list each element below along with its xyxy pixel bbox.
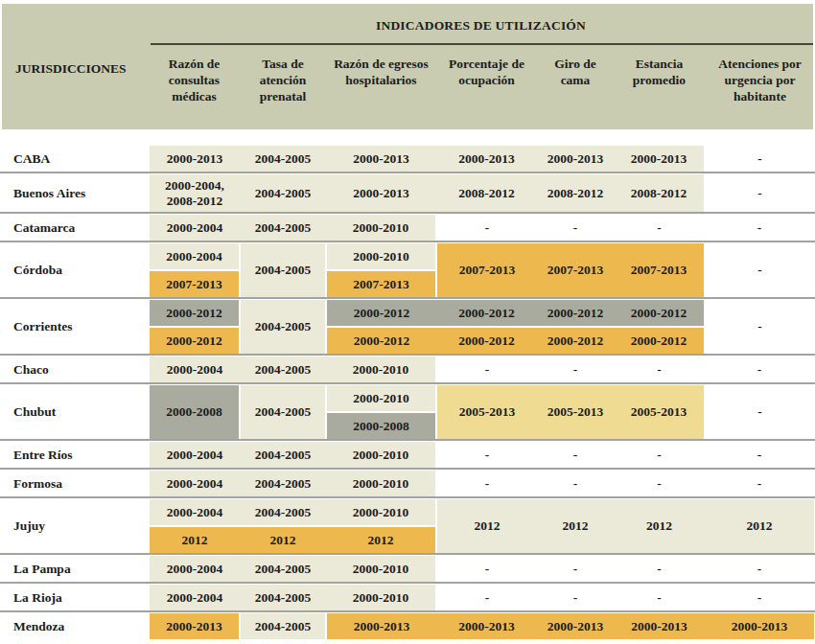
period-cell-block: 2004-2005 (241, 300, 325, 354)
period-value: 2004-2005 (240, 442, 326, 468)
period-value: - (614, 442, 705, 468)
jurisdiction-name: Mendoza (13, 613, 64, 639)
period-value: - (706, 300, 814, 354)
period-value: 2000-2012 (614, 300, 704, 326)
period-cell-block: ---- (437, 442, 814, 468)
period-value: 2008-2012 (436, 174, 537, 212)
period-value: 2004-2005 (241, 385, 325, 439)
period-cell-block: 2007-20132007-20132007-2013 (437, 243, 704, 297)
period-value: 2004-2005 (240, 356, 326, 382)
period-cell-block: 201220122012 (150, 527, 435, 553)
period-cell-block: 2007-2013 (150, 271, 239, 297)
period-cell-block: 2000-20042004-20052000-2010 (150, 556, 435, 582)
row-separator (0, 439, 815, 441)
period-value: 2007-2013 (537, 243, 614, 297)
period-value: 2008-2012 (537, 174, 614, 212)
period-value: 2000-2010 (326, 556, 435, 582)
period-value: 2000-2010 (326, 442, 435, 468)
period-value: 2000-2013 (327, 613, 436, 639)
period-value: - (614, 215, 705, 241)
period-value: - (705, 442, 814, 468)
period-cell-block: 2000-2012 (150, 300, 239, 326)
period-value: 2004-2005 (240, 499, 326, 525)
jurisdiction-name: Jujuy (13, 499, 45, 553)
jurisdiction-row: CABA2000-20132004-20052000-20132000-2013… (0, 146, 815, 172)
period-cell-block: ---- (437, 556, 814, 582)
period-value: 2012 (705, 499, 814, 553)
period-value: - (537, 471, 614, 496)
jurisdiction-name: La Pampa (13, 556, 71, 582)
period-cell-block: - (706, 385, 814, 439)
period-value: 2000-2010 (326, 215, 435, 241)
jurisdiction-row: Chubut2000-20082004-20052000-20102000-20… (0, 385, 815, 439)
row-separator (0, 553, 815, 555)
jurisdiction-row: Mendoza2000-20132004-20052000-20132000-2… (0, 613, 815, 639)
period-value: 2007-2013 (150, 271, 239, 297)
column-header: Razón de consultas médicas (151, 56, 238, 104)
period-cell-block: 2000-2004, 2008-20122004-20052000-201320… (150, 174, 704, 212)
period-value: - (705, 471, 814, 496)
period-cell-block: 2000-20122000-20122000-20122000-2012 (327, 328, 704, 354)
period-value: 2000-2013 (326, 146, 436, 172)
period-value: 2000-2013 (326, 174, 436, 212)
period-value: - (705, 356, 814, 382)
period-value: 2000-2004 (150, 356, 240, 382)
jurisdiction-name: Entre Ríos (13, 442, 73, 468)
period-value: - (537, 585, 614, 610)
period-cell-block: 2007-2013 (327, 271, 435, 297)
period-value: - (705, 585, 814, 610)
jurisdiction-row: Catamarca2000-20042004-20052000-2010---- (0, 215, 815, 241)
period-cell-block: 2000-2008 (150, 385, 239, 439)
period-value: - (614, 356, 705, 382)
period-value: - (705, 556, 814, 582)
row-separator (0, 610, 815, 612)
period-cell-block: 2004-2005 (241, 613, 325, 639)
jurisdiction-row: La Rioja2000-20042004-20052000-2010---- (0, 585, 815, 610)
period-cell-block: ---- (437, 356, 814, 382)
period-value: 2004-2005 (240, 215, 326, 241)
jurisdiction-name: CABA (13, 146, 50, 172)
period-cell-block: 2000-2013 (150, 613, 239, 639)
period-value: 2000-2013 (614, 613, 705, 639)
period-value: 2000-2012 (150, 300, 239, 326)
period-value: 2000-2010 (327, 243, 435, 269)
jurisdiction-name: La Rioja (13, 585, 62, 610)
period-value: - (537, 556, 614, 582)
jurisdiction-row: Formosa2000-20042004-20052000-2010---- (0, 471, 815, 496)
jurisdiction-name: Buenos Aires (13, 174, 85, 212)
period-value: 2000-2004 (150, 471, 240, 496)
utilization-indicators-table: INDICADORES DE UTILIZACIÓN JURISDICCIONE… (0, 0, 815, 644)
period-value: 2000-2013 (436, 146, 537, 172)
period-cell-block: ---- (437, 585, 814, 610)
period-value: 2005-2013 (437, 385, 537, 439)
period-value: 2000-2012 (537, 328, 614, 354)
header-rule (151, 43, 813, 45)
period-value: 2000-2004, 2008-2012 (150, 174, 240, 212)
period-value: 2000-2010 (327, 385, 435, 411)
row-separator (0, 172, 815, 173)
row-separator (0, 212, 815, 214)
period-value: 2008-2012 (614, 174, 704, 212)
period-value: 2000-2012 (436, 328, 537, 354)
jurisdiction-name: Corrientes (13, 300, 72, 354)
period-value: 2000-2012 (436, 300, 537, 326)
period-cell-block: - (706, 300, 814, 354)
period-value: 2004-2005 (241, 300, 325, 354)
period-value: 2000-2004 (150, 442, 240, 468)
period-cell-block: 2000-2010 (327, 243, 435, 269)
period-value: 2005-2013 (614, 385, 704, 439)
period-value: 2000-2004 (150, 499, 240, 525)
row-separator (0, 496, 815, 498)
period-cell-block: 2000-20132000-20132000-20132000-20132000… (327, 613, 814, 639)
period-value: 2004-2005 (241, 613, 325, 639)
jurisdiction-row: Corrientes2000-20122000-20122004-2005200… (0, 300, 815, 354)
period-value: 2000-2012 (537, 300, 614, 326)
period-value: 2000-2012 (327, 328, 436, 354)
period-cell-block: 2012201220122012 (437, 499, 814, 553)
jurisdiction-row: Chaco2000-20042004-20052000-2010---- (0, 356, 815, 382)
period-cell-block: 2000-20042004-20052000-2010 (150, 471, 435, 496)
row-separator (0, 468, 815, 470)
period-value: - (614, 585, 705, 610)
period-value: - (706, 174, 814, 212)
table-title: INDICADORES DE UTILIZACIÓN (149, 18, 813, 34)
